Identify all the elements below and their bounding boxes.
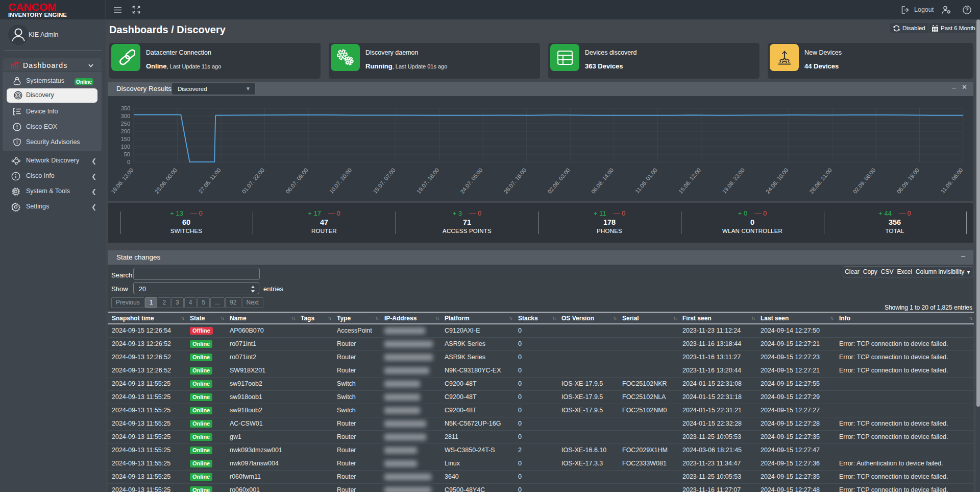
svg-text:350: 350 — [121, 105, 130, 111]
svg-text:250: 250 — [121, 121, 130, 127]
svg-text:19.08. 23:00: 19.08. 23:00 — [721, 167, 746, 195]
svg-text:02.08. 03:00: 02.08. 03:00 — [546, 167, 571, 195]
svg-text:11.09. 06:00: 11.09. 06:00 — [940, 167, 964, 195]
svg-text:06.07. 09:00: 06.07. 09:00 — [284, 167, 309, 195]
svg-text:27.06. 11:00: 27.06. 11:00 — [198, 167, 222, 195]
svg-text:28.08. 21:00: 28.08. 21:00 — [808, 167, 833, 195]
svg-text:15.08. 12:00: 15.08. 12:00 — [677, 167, 702, 195]
svg-text:100: 100 — [121, 144, 130, 150]
svg-text:11.08. 01:00: 11.08. 01:00 — [634, 167, 658, 195]
svg-text:150: 150 — [121, 136, 130, 142]
svg-text:02.09. 08:00: 02.09. 08:00 — [852, 167, 877, 195]
svg-text:28.07. 16:00: 28.07. 16:00 — [503, 167, 528, 195]
svg-text:19.07. 18:00: 19.07. 18:00 — [415, 167, 440, 195]
svg-text:01.07. 22:00: 01.07. 22:00 — [241, 167, 266, 195]
svg-text:06.08. 14:00: 06.08. 14:00 — [590, 167, 615, 195]
svg-text:0: 0 — [127, 159, 130, 165]
svg-text:15.07. 07:00: 15.07. 07:00 — [372, 167, 397, 195]
svg-text:18.06. 13:00: 18.06. 13:00 — [110, 167, 135, 195]
svg-text:23.06. 00:00: 23.06. 00:00 — [154, 167, 179, 195]
svg-text:24.08. 10:00: 24.08. 10:00 — [765, 167, 790, 195]
svg-text:300: 300 — [121, 113, 130, 119]
svg-text:50: 50 — [124, 151, 130, 157]
svg-text:200: 200 — [121, 128, 130, 134]
svg-text:06.09. 19:00: 06.09. 19:00 — [896, 167, 921, 195]
svg-text:24.07. 05:00: 24.07. 05:00 — [459, 167, 484, 195]
svg-text:10.07. 20:00: 10.07. 20:00 — [328, 167, 353, 195]
